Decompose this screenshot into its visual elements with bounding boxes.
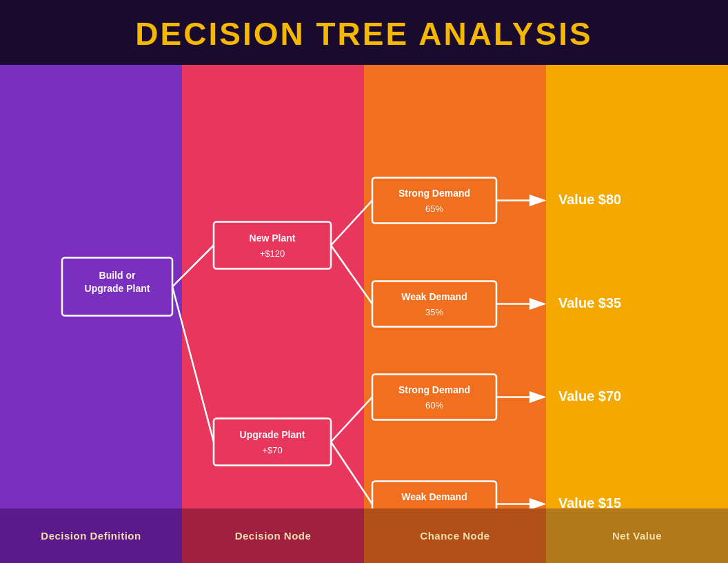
svg-rect-20 [372, 178, 496, 224]
svg-line-2 [331, 201, 372, 246]
svg-text:+$70: +$70 [262, 445, 282, 455]
footer-chance-node: Chance Node [364, 508, 546, 563]
footer-net-value: Net Value [546, 508, 728, 563]
svg-text:Weak Demand: Weak Demand [401, 491, 467, 502]
footer: Decision Definition Decision Node Chance… [0, 508, 728, 563]
svg-text:Value $35: Value $35 [558, 295, 621, 310]
svg-text:Strong Demand: Strong Demand [398, 384, 470, 395]
page-title: DECISION TREE ANALYSIS [0, 15, 728, 52]
svg-text:Value $80: Value $80 [558, 192, 621, 207]
svg-text:60%: 60% [425, 400, 443, 411]
svg-text:+$120: +$120 [260, 248, 285, 259]
svg-text:Weak Demand: Weak Demand [401, 291, 467, 302]
svg-line-5 [331, 442, 372, 504]
svg-text:40%: 40% [425, 507, 443, 509]
svg-text:Value $15: Value $15 [558, 495, 621, 509]
svg-line-3 [331, 246, 372, 304]
svg-rect-23 [372, 282, 496, 327]
svg-text:Strong Demand: Strong Demand [398, 188, 470, 199]
svg-rect-14 [214, 222, 331, 269]
svg-rect-26 [372, 375, 496, 420]
svg-line-4 [331, 397, 372, 442]
footer-decision-node: Decision Node [182, 508, 364, 563]
svg-rect-17 [214, 419, 331, 466]
svg-text:Value $70: Value $70 [558, 388, 621, 404]
svg-text:Upgrade Plant: Upgrade Plant [240, 429, 305, 440]
svg-line-1 [172, 287, 214, 442]
header: DECISION TREE ANALYSIS [0, 0, 728, 65]
diagram-area: Build or Upgrade Plant New Plant +$120 U… [0, 65, 728, 508]
svg-line-0 [172, 246, 214, 287]
svg-text:35%: 35% [425, 307, 443, 317]
svg-text:65%: 65% [425, 204, 443, 214]
footer-decision-definition: Decision Definition [0, 508, 182, 563]
svg-text:New Plant: New Plant [250, 233, 296, 244]
svg-text:Upgrade Plant: Upgrade Plant [85, 283, 150, 294]
main-content: Build or Upgrade Plant New Plant +$120 U… [0, 65, 728, 508]
svg-text:Build or: Build or [99, 270, 136, 281]
